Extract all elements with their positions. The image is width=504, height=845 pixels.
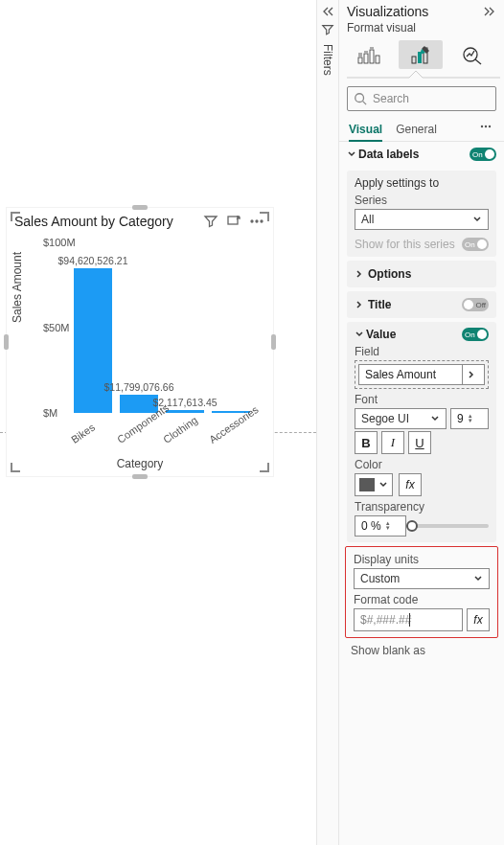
collapse-icon[interactable] (321, 6, 334, 17)
title-toggle[interactable] (462, 298, 489, 311)
panel-subtitle: Format visual (339, 19, 504, 36)
series-label: Series (355, 194, 489, 207)
svg-point-21 (489, 126, 491, 127)
search-input[interactable]: Search (347, 86, 496, 111)
y-tick: $M (43, 407, 57, 419)
field-label: Field (355, 345, 489, 358)
value-section: Value Field Sales Amount Font Segoe UI 9… (347, 322, 496, 542)
x-axis-label: Category (7, 457, 273, 470)
bold-button[interactable]: B (355, 431, 378, 454)
pointer-notch (347, 69, 500, 79)
font-size-stepper[interactable]: 9 ▲▼ (450, 408, 489, 429)
focus-mode-icon[interactable] (225, 214, 242, 229)
format-code-input[interactable]: $#,###.## (354, 608, 463, 631)
highlighted-settings: Display units Custom Format code $#,###.… (345, 546, 498, 638)
resize-handle[interactable] (4, 334, 9, 350)
filters-label: Filters (321, 44, 334, 76)
panel-title: Visualizations (347, 4, 428, 19)
filter-icon (321, 23, 334, 36)
svg-point-20 (485, 126, 487, 127)
fx-button[interactable]: fx (399, 473, 422, 496)
svg-rect-4 (358, 57, 362, 63)
resize-handle[interactable] (271, 334, 276, 350)
x-tick: Clothing (161, 414, 199, 445)
x-tick: Bikes (69, 422, 97, 445)
chevron-down-icon (347, 149, 356, 159)
build-visual-button[interactable] (347, 40, 391, 69)
crop-corner[interactable] (11, 212, 20, 221)
chart-visual[interactable]: Sales Amount by Category Sales Amount $M… (6, 207, 274, 477)
svg-point-19 (481, 126, 483, 127)
crop-corner[interactable] (260, 212, 269, 221)
underline-button[interactable]: U (408, 431, 431, 454)
color-picker[interactable] (355, 473, 393, 496)
search-icon (354, 92, 367, 105)
svg-rect-7 (376, 56, 379, 63)
data-label: $94,620,526.21 (58, 255, 128, 266)
chevron-right-icon[interactable] (462, 365, 480, 384)
report-canvas[interactable]: Sales Amount by Category Sales Amount $M… (0, 0, 316, 845)
apply-settings-card: Apply settings to Series All Show for th… (347, 171, 496, 257)
value-toggle[interactable] (462, 328, 489, 341)
visualizations-pane: Visualizations Format visual (339, 0, 504, 845)
filter-icon[interactable] (202, 214, 219, 229)
fx-button[interactable]: fx (467, 608, 490, 631)
chart-title: Sales Amount by Category (14, 214, 196, 229)
svg-point-17 (355, 94, 364, 103)
transparency-label: Transparency (355, 500, 489, 514)
y-tick: $50M (43, 322, 70, 333)
more-tabs-icon[interactable] (479, 119, 494, 142)
field-picker[interactable]: Sales Amount (355, 360, 489, 389)
chevron-right-icon (355, 269, 364, 279)
svg-rect-12 (412, 57, 416, 63)
chevron-down-icon (355, 330, 364, 339)
svg-rect-5 (364, 54, 368, 63)
svg-line-16 (475, 59, 481, 64)
chevron-right-icon (355, 300, 364, 309)
chevron-down-icon (473, 574, 483, 583)
display-units-select[interactable]: Custom (354, 568, 490, 589)
y-axis-label: Sales Amount (11, 252, 24, 323)
tab-general[interactable]: General (396, 119, 437, 142)
transparency-slider[interactable] (412, 524, 489, 528)
analytics-button[interactable] (450, 40, 494, 69)
italic-button[interactable]: I (381, 431, 404, 454)
color-label: Color (355, 458, 489, 471)
options-section[interactable]: Options (347, 261, 496, 287)
show-for-series-label: Show for this series (355, 238, 462, 251)
format-visual-button[interactable] (399, 40, 443, 69)
format-code-label: Format code (354, 593, 490, 606)
search-placeholder: Search (373, 92, 409, 105)
plot-area: $M $50M $100M $94,620,526.21$11,799,076.… (35, 242, 263, 413)
svg-rect-0 (228, 217, 238, 224)
svg-line-18 (363, 102, 367, 105)
font-label: Font (355, 393, 489, 406)
title-section[interactable]: Title (347, 291, 496, 318)
chevron-down-icon (430, 414, 440, 423)
display-units-label: Display units (354, 553, 490, 566)
tab-visual[interactable]: Visual (349, 119, 382, 142)
show-for-series-toggle[interactable] (462, 238, 489, 251)
resize-handle[interactable] (132, 205, 148, 210)
svg-point-1 (251, 220, 253, 222)
resize-handle[interactable] (132, 474, 148, 479)
show-blank-as-label: Show blank as (339, 642, 504, 659)
expand-icon[interactable] (483, 6, 496, 17)
svg-point-2 (256, 220, 258, 222)
data-labels-header[interactable]: Data labels (339, 142, 504, 167)
series-select[interactable]: All (355, 209, 489, 230)
value-header: Value (366, 328, 462, 341)
chevron-down-icon (472, 215, 482, 224)
data-labels-toggle[interactable] (470, 148, 496, 161)
data-label: $11,799,076.66 (104, 381, 174, 393)
font-family-select[interactable]: Segoe UI (355, 408, 447, 429)
bar[interactable]: $2,117,613.45 (166, 410, 204, 413)
chevron-down-icon (378, 480, 388, 490)
svg-rect-6 (370, 50, 374, 63)
filters-pane-collapsed[interactable]: Filters (316, 0, 339, 845)
transparency-stepper[interactable]: 0 % ▲▼ (355, 515, 406, 537)
apply-settings-title: Apply settings to (355, 176, 489, 190)
